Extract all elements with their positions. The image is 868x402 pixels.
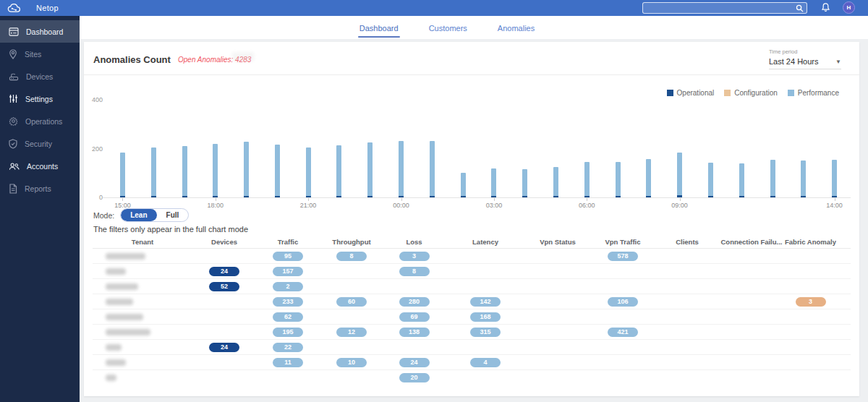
column-header: Fabric Anomaly <box>785 238 836 246</box>
table-row[interactable]: 9583578 <box>93 248 851 263</box>
chevron-down-icon: ▼ <box>835 59 841 65</box>
loss-badge: 8 <box>399 267 430 276</box>
x-axis-label: 09:00 <box>671 202 688 209</box>
column-header: Connection Failu... <box>718 238 785 246</box>
chart-bar <box>213 144 218 197</box>
chart-bar <box>430 141 435 197</box>
redacted-tenant-name <box>106 375 116 381</box>
search-icon <box>796 4 804 12</box>
sidebar-item-sites[interactable]: Sites <box>0 43 80 65</box>
avatar[interactable]: H <box>843 1 855 14</box>
table-row[interactable]: 6269168 <box>93 309 851 324</box>
sidebar-item-accounts[interactable]: Accounts <box>0 155 80 177</box>
latency-badge: 315 <box>470 328 501 337</box>
sidebar-item-dashboard[interactable]: Dashboard <box>0 20 80 43</box>
column-header: Loss <box>383 238 445 246</box>
throughput-badge: 8 <box>336 252 367 261</box>
chart-bar <box>182 146 187 197</box>
table-row[interactable]: 20 <box>93 369 851 385</box>
y-axis-tick: 0 <box>87 194 103 201</box>
chart-bar <box>491 168 496 197</box>
vpn-traffic-badge: 106 <box>608 297 638 307</box>
latency-badge: 142 <box>470 297 501 307</box>
traffic-badge: 157 <box>273 267 303 276</box>
throughput-badge: 12 <box>336 328 367 337</box>
vpn-traffic-badge: 578 <box>608 252 638 261</box>
chart-bar <box>306 147 311 197</box>
chart-bar <box>646 159 651 197</box>
traffic-badge: 62 <box>273 312 303 322</box>
chart-bar <box>616 162 621 197</box>
table-row[interactable]: 522 <box>93 278 851 294</box>
table-row[interactable]: 233602801421063 <box>93 294 851 309</box>
x-axis-tick <box>494 198 495 201</box>
chart-bar <box>801 161 806 197</box>
loss-badge: 3 <box>399 252 430 261</box>
loss-badge: 20 <box>399 373 430 382</box>
vpn-traffic-badge: 421 <box>608 328 638 337</box>
loss-badge: 24 <box>399 358 430 367</box>
chart-bar <box>120 153 125 197</box>
table-row[interactable]: 19512138315421 <box>93 324 851 339</box>
table-row[interactable]: 241578 <box>93 263 851 278</box>
chart-legend: OperationalConfigurationPerformance <box>667 89 839 97</box>
redacted-tenant-name <box>106 268 126 275</box>
filters-note: The filters only appear in the full char… <box>93 225 248 234</box>
legend-item-operational[interactable]: Operational <box>667 89 715 97</box>
topbar: Netop H <box>0 0 868 16</box>
mode-toggle[interactable]: LeanFull <box>120 208 189 222</box>
mode-option-full[interactable]: Full <box>157 209 189 221</box>
table-row[interactable]: 2422 <box>93 339 851 354</box>
table-row[interactable]: 1110244 <box>93 354 851 369</box>
chart-bar <box>275 145 280 197</box>
time-period-select[interactable]: Time period Last 24 Hours ▼ <box>769 48 841 69</box>
column-header: Tenant <box>93 238 192 246</box>
tab-anomalies[interactable]: Anomalies <box>496 18 536 37</box>
traffic-badge: 95 <box>273 252 303 261</box>
chart-bar <box>739 163 744 197</box>
tab-dashboard[interactable]: Dashboard <box>358 18 400 37</box>
brand-name: Netop <box>36 4 59 12</box>
devices-badge: 52 <box>209 282 239 291</box>
sidebar-item-security[interactable]: Security <box>0 132 80 155</box>
search-input[interactable] <box>642 2 807 14</box>
anomalies-panel: Anomalies Count Open Anomalies: 4283 Tim… <box>84 42 859 396</box>
x-axis-tick <box>122 198 123 201</box>
chart-bar <box>553 167 558 197</box>
chart-bar <box>336 145 341 197</box>
loss-badge: 69 <box>399 312 430 322</box>
legend-item-performance[interactable]: Performance <box>788 89 839 97</box>
mode-option-lean[interactable]: Lean <box>121 209 156 221</box>
x-axis-label: 18:00 <box>208 202 224 209</box>
mode-row: Mode: LeanFull <box>93 208 189 222</box>
latency-badge: 4 <box>470 358 501 367</box>
legend-swatch <box>788 90 794 96</box>
chart-bar <box>461 173 466 197</box>
sidebar-item-operations[interactable]: Operations <box>0 110 80 132</box>
notifications-bell-icon[interactable] <box>821 2 830 15</box>
panel-header: Anomalies Count Open Anomalies: 4283 Tim… <box>84 42 859 75</box>
sidebar-item-reports[interactable]: Reports <box>0 177 80 200</box>
x-axis-tick <box>587 198 587 201</box>
fabric-anomaly-badge: 3 <box>796 297 826 307</box>
y-axis-tick: 400 <box>87 96 103 103</box>
chart-bar <box>584 162 590 197</box>
throughput-badge: 10 <box>336 358 367 367</box>
sidebar-item-devices[interactable]: Devices <box>0 65 80 87</box>
tab-customers[interactable]: Customers <box>427 18 469 37</box>
traffic-badge: 2 <box>273 282 303 291</box>
search-field[interactable] <box>643 4 796 12</box>
chart-bar <box>708 163 713 197</box>
sidebar-item-settings[interactable]: Settings <box>0 87 80 110</box>
legend-item-configuration[interactable]: Configuration <box>724 89 777 97</box>
devices-badge: 24 <box>209 267 239 276</box>
x-axis-label: 21:00 <box>300 202 317 209</box>
time-period-label: Time period <box>769 48 841 55</box>
tenants-table: TenantDevicesTrafficThroughputLossLatenc… <box>93 236 851 388</box>
chart-bar <box>367 142 373 197</box>
chart-bar <box>770 160 775 197</box>
redacted-tenant-name <box>106 253 145 260</box>
chart-bar <box>151 147 156 197</box>
redacted-tenant-name <box>106 329 150 335</box>
sidebar: DashboardSitesDevicesSettingsOperationsS… <box>0 16 80 402</box>
